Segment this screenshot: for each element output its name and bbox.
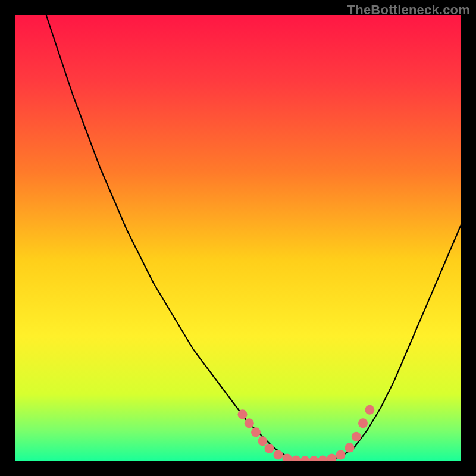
watermark-text: TheBottleneck.com: [347, 2, 470, 18]
chart-plot: [15, 15, 461, 461]
highlight-dot: [245, 418, 254, 428]
highlight-dot: [265, 444, 274, 453]
chart-svg: [15, 15, 461, 461]
gradient-background: [15, 15, 461, 461]
highlight-dot: [365, 405, 374, 415]
highlight-dot: [336, 450, 346, 460]
highlight-dot: [274, 450, 283, 460]
highlight-dot: [345, 443, 355, 453]
highlight-dot: [352, 432, 361, 441]
highlight-dot: [258, 436, 267, 446]
highlight-dot: [251, 427, 261, 437]
chart-stage: TheBottleneck.com: [0, 0, 476, 476]
highlight-dot: [238, 409, 248, 419]
highlight-dot: [358, 418, 368, 428]
